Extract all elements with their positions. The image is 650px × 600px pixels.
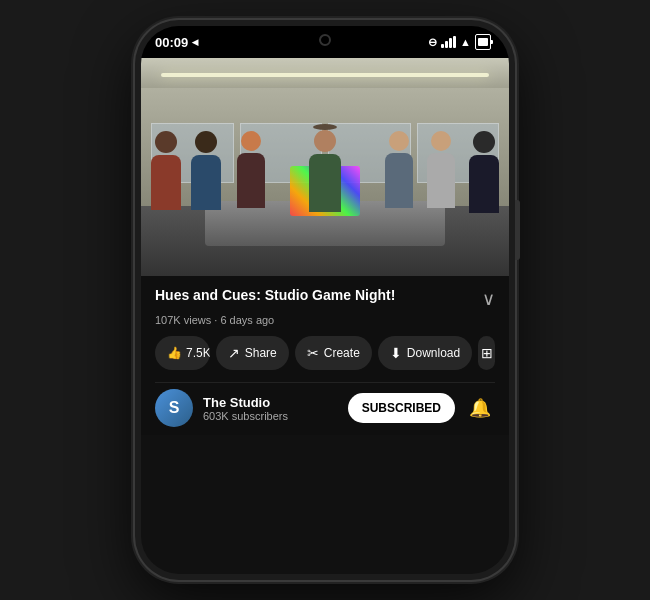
wifi-icon: ▲ [460, 36, 471, 48]
create-button[interactable]: ✂ Create [295, 336, 372, 370]
notification-bell-button[interactable]: 🔔 [465, 393, 495, 423]
navigation-icon: ◂ [192, 35, 198, 49]
video-title-row: Hues and Cues: Studio Game Night! ∨ [155, 286, 495, 310]
phone-screen: 00:09 ◂ ⊖ ▲ [141, 26, 509, 574]
video-scene [141, 58, 509, 276]
person-right-1 [464, 131, 504, 221]
download-button[interactable]: ⬇ Download [378, 336, 472, 370]
person-left-2 [186, 131, 226, 221]
phone-frame: 00:09 ◂ ⊖ ▲ [135, 20, 515, 580]
battery-icon [475, 34, 491, 50]
like-dislike-button[interactable]: 👍 7.5K 👎 [155, 336, 210, 370]
video-meta: 107K views · 6 days ago [155, 314, 495, 326]
actions-row: 👍 7.5K 👎 ↗ Share ✂ Create [155, 336, 495, 370]
clip-icon: ⊞ [481, 345, 493, 361]
person-left-1 [146, 131, 186, 221]
avatar[interactable]: S [155, 389, 193, 427]
channel-subscribers: 603K subscribers [203, 410, 288, 422]
clip-button[interactable]: ⊞ [478, 336, 495, 370]
camera-cutout [319, 34, 331, 46]
channel-row: S The Studio 603K subscribers SUBSCRIBED… [155, 382, 495, 427]
person-right-2 [421, 131, 461, 221]
person-left-3 [231, 131, 271, 221]
create-icon: ✂ [307, 345, 319, 361]
avatar-letter: S [169, 399, 180, 417]
like-section[interactable]: 👍 7.5K [155, 339, 210, 367]
bell-icon: 🔔 [469, 398, 491, 418]
person-center [305, 124, 345, 214]
video-title: Hues and Cues: Studio Game Night! [155, 286, 474, 304]
video-player[interactable] [141, 58, 509, 276]
do-not-disturb-icon: ⊖ [428, 36, 437, 49]
share-button[interactable]: ↗ Share [216, 336, 289, 370]
light-strip [161, 73, 489, 77]
content-area: Hues and Cues: Studio Game Night! ∨ 107K… [141, 276, 509, 435]
share-label: Share [245, 346, 277, 360]
channel-left: S The Studio 603K subscribers [155, 389, 288, 427]
download-label: Download [407, 346, 460, 360]
channel-right: SUBSCRIBED 🔔 [348, 393, 495, 423]
chevron-down-icon[interactable]: ∨ [482, 288, 495, 310]
share-icon: ↗ [228, 345, 240, 361]
time-display: 00:09 [155, 35, 188, 50]
status-bar: 00:09 ◂ ⊖ ▲ [141, 26, 509, 58]
signal-icon [441, 36, 456, 48]
create-label: Create [324, 346, 360, 360]
like-count: 7.5K [186, 346, 210, 360]
subscribe-button[interactable]: SUBSCRIBED [348, 393, 455, 423]
download-icon: ⬇ [390, 345, 402, 361]
channel-info: The Studio 603K subscribers [203, 395, 288, 422]
thumbs-up-icon: 👍 [167, 346, 182, 360]
ceiling [141, 58, 509, 88]
channel-name[interactable]: The Studio [203, 395, 288, 410]
person-right-3 [379, 131, 419, 221]
